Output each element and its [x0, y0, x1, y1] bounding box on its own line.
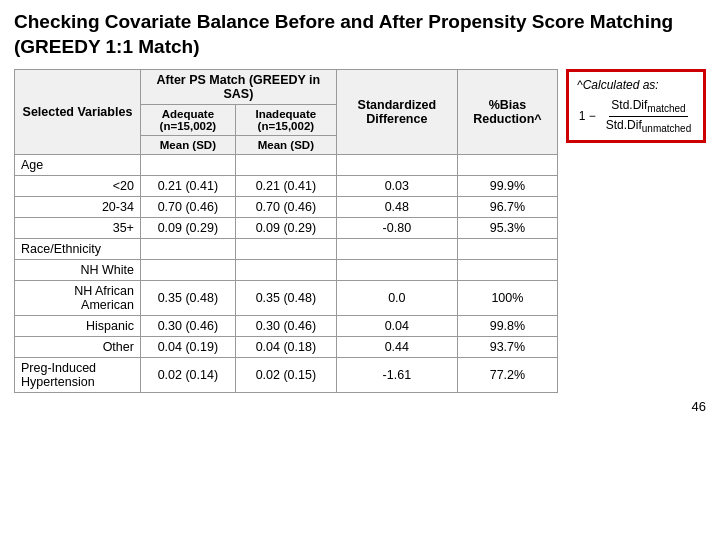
col-header-pct-bias: %Bias Reduction^ [457, 70, 557, 155]
fraction-numerator: Std.Difmatched [609, 98, 687, 116]
table-row: Preg-Induced Hypertension 0.02 (0.14) 0.… [15, 358, 558, 393]
mean-header-1: Mean (SD) [140, 136, 235, 155]
unmatched-subscript: unmatched [642, 123, 691, 134]
col-header-selected-variables: Selected Variables [15, 70, 141, 155]
table-row: Age [15, 155, 558, 176]
col-header-after-ps-match: After PS Match (GREEDY in SAS) [140, 70, 336, 105]
page-title: Checking Covariate Balance Before and Af… [14, 10, 706, 59]
table-row: <20 0.21 (0.41) 0.21 (0.41) 0.03 99.9% [15, 176, 558, 197]
table-wrapper: Selected Variables After PS Match (GREED… [14, 69, 558, 393]
main-container: Selected Variables After PS Match (GREED… [14, 69, 706, 393]
table-row: Race/Ethnicity [15, 239, 558, 260]
calc-label: ^Calculated as: [577, 78, 695, 92]
formula-prefix: 1 − [579, 109, 596, 123]
table-row: Hispanic 0.30 (0.46) 0.30 (0.46) 0.04 99… [15, 316, 558, 337]
sub-header-inadequate: Inadequate (n=15,002) [235, 105, 336, 136]
fraction: Std.Difmatched Std.Difunmatched [604, 98, 694, 134]
matched-subscript: matched [647, 104, 685, 115]
col-header-standardized-diff: Standardized Difference [336, 70, 457, 155]
formula-box: ^Calculated as: 1 − Std.Difmatched Std.D… [566, 69, 706, 143]
fraction-divider: Std.Difmatched Std.Difunmatched [604, 98, 694, 134]
fraction-denominator: Std.Difunmatched [604, 117, 694, 134]
formula-row: 1 − Std.Difmatched Std.Difunmatched [579, 98, 694, 134]
sub-header-adequate: Adequate (n=15,002) [140, 105, 235, 136]
table-row: NH African American 0.35 (0.48) 0.35 (0.… [15, 281, 558, 316]
balance-table: Selected Variables After PS Match (GREED… [14, 69, 558, 393]
table-row: NH White [15, 260, 558, 281]
formula-display: 1 − Std.Difmatched Std.Difunmatched [577, 98, 695, 134]
table-row: 35+ 0.09 (0.29) 0.09 (0.29) -0.80 95.3% [15, 218, 558, 239]
page-number: 46 [14, 399, 706, 414]
mean-header-2: Mean (SD) [235, 136, 336, 155]
side-note: ^Calculated as: 1 − Std.Difmatched Std.D… [566, 69, 706, 143]
table-row: 20-34 0.70 (0.46) 0.70 (0.46) 0.48 96.7% [15, 197, 558, 218]
table-row: Other 0.04 (0.19) 0.04 (0.18) 0.44 93.7% [15, 337, 558, 358]
